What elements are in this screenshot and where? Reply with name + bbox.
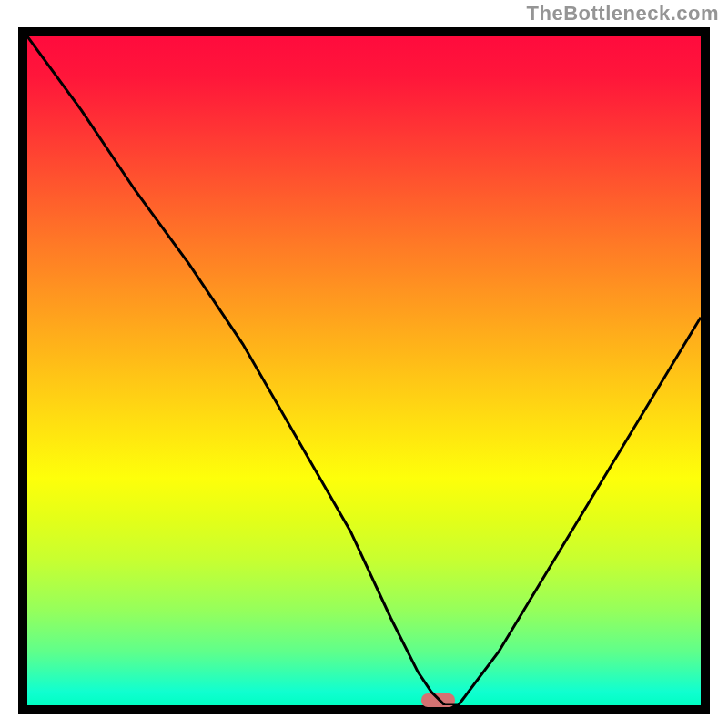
bottleneck-curve <box>27 36 701 705</box>
chart-frame <box>18 27 710 714</box>
chart-gradient-panel <box>27 36 701 705</box>
watermark-text: TheBottleneck.com <box>527 2 719 25</box>
chart-svg <box>27 36 701 705</box>
